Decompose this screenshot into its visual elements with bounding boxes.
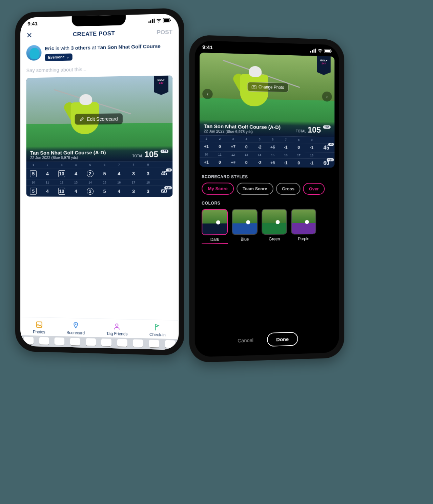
previous-photo-button[interactable]: ‹: [202, 89, 212, 99]
score-table: 123456789 541042543345+9 101112131415161…: [26, 161, 173, 197]
svg-rect-2: [152, 19, 153, 22]
next-photo-button[interactable]: ›: [322, 92, 332, 102]
battery-icon: [324, 49, 332, 53]
style-chip[interactable]: My Score: [202, 182, 234, 195]
scorecard-preview: GOLF247 ‹ › Change Photo Tan Son Nhat Go…: [200, 53, 334, 168]
tag-friends-button[interactable]: Tag Friends: [106, 322, 128, 336]
battery-icon: [163, 18, 171, 22]
cancel-button[interactable]: Cancel: [238, 337, 253, 343]
hole-header: 12: [55, 179, 69, 186]
hole-score: 5: [26, 169, 41, 179]
post-meta: Eric is with 3 others at Tan Son Nhat Go…: [45, 42, 161, 61]
scorecard-photo: GOLF247 Edit Scorecard Tan Son Nhat Golf…: [26, 76, 173, 162]
hole-score: 0: [240, 159, 253, 166]
hole-header: 1: [26, 162, 41, 168]
checkin-button[interactable]: Check-in: [149, 323, 166, 337]
hole-header: 18: [141, 179, 156, 186]
hole-header: 18: [305, 152, 318, 158]
scorecard-button[interactable]: Scorecard: [66, 322, 85, 335]
hole-header: 17: [292, 152, 305, 158]
scorecard-photo: GOLF247 ‹ › Change Photo Tan Son Nhat Go…: [200, 53, 334, 137]
hole-header: 11: [40, 179, 55, 186]
hole-score: 10: [55, 169, 69, 179]
course-meta: 22 Jun 2022 (Blue 6,978 yds): [30, 155, 106, 160]
styles-heading: SCORECARD STYLES: [195, 168, 339, 183]
color-option[interactable]: Blue: [232, 209, 257, 244]
hole-header: 6: [266, 136, 280, 142]
hole-header: 1: [200, 135, 213, 142]
color-option[interactable]: Dark: [202, 209, 228, 244]
hole-score: 5: [97, 187, 112, 196]
color-option[interactable]: Purple: [291, 209, 316, 244]
hole-header: 4: [240, 136, 253, 142]
status-time: 9:41: [27, 21, 37, 27]
hole-header: 15: [97, 179, 112, 186]
hole-header: 16: [279, 152, 292, 158]
svg-rect-17: [252, 85, 256, 89]
hole-header: 7: [279, 136, 292, 142]
hole-score: 0: [213, 143, 227, 150]
photos-button[interactable]: Photos: [33, 321, 45, 334]
svg-rect-6: [170, 19, 171, 21]
hole-header: 9: [141, 162, 156, 168]
change-photo-button[interactable]: Change Photo: [247, 82, 289, 93]
hole-score: +1: [200, 159, 213, 166]
hole-header: 16: [112, 179, 126, 186]
close-button[interactable]: ✕: [26, 31, 33, 40]
hole-score: 5: [26, 186, 41, 197]
color-options: DarkBlueGreenPurple: [195, 209, 339, 244]
svg-rect-11: [312, 50, 313, 53]
wifi-icon: [317, 49, 323, 53]
hole-score: 3: [126, 169, 141, 178]
done-button[interactable]: Done: [267, 332, 298, 347]
total-score: TOTAL 105 +33: [296, 125, 331, 135]
hole-header: 3: [55, 162, 69, 168]
hole-header: 12: [226, 152, 240, 158]
color-option[interactable]: Green: [262, 209, 287, 244]
hole-score: -2: [253, 143, 266, 150]
avatar[interactable]: [26, 45, 42, 61]
hole-score: 4: [112, 187, 126, 196]
hole-header: 8: [126, 162, 141, 168]
color-label: Dark: [210, 237, 219, 242]
svg-point-18: [253, 86, 255, 88]
color-label: Green: [269, 237, 280, 241]
hole-score: -1: [279, 159, 292, 166]
style-chip[interactable]: Team Score: [236, 183, 273, 195]
total-score: TOTAL 105 +33: [132, 150, 168, 159]
svg-rect-15: [325, 50, 330, 52]
svg-rect-3: [153, 18, 154, 22]
photos-icon: [36, 321, 43, 328]
scorecard-card: GOLF247 Edit Scorecard Tan Son Nhat Golf…: [26, 76, 173, 197]
hole-score: -1: [305, 144, 318, 151]
hole-score: 2: [83, 168, 97, 179]
flag-icon: [154, 324, 161, 331]
style-chip[interactable]: Gross: [276, 183, 300, 195]
nine-total: 60+24: [156, 187, 173, 196]
status-time: 9:41: [202, 44, 212, 50]
hole-score: -1: [279, 144, 292, 151]
person-icon: [113, 323, 121, 330]
hole-score: 10: [55, 186, 69, 197]
hole-score: 4: [69, 187, 83, 196]
edit-scorecard-button[interactable]: Edit Scorecard: [75, 114, 123, 125]
style-chip[interactable]: Over: [303, 183, 325, 195]
cellular-icon: [310, 48, 316, 52]
hole-score: 3: [141, 187, 156, 196]
hole-header: 7: [112, 162, 126, 168]
hole-header: 11: [213, 151, 227, 158]
post-text-input[interactable]: Say something about this...: [20, 61, 179, 77]
wifi-icon: [156, 18, 162, 23]
hole-score: +5: [266, 159, 280, 166]
style-chips: My ScoreTeam ScoreGrossOver: [195, 182, 339, 195]
hole-score: 0: [292, 144, 305, 151]
audience-selector[interactable]: Everyone ⌄: [45, 54, 72, 61]
hole-header: 5: [83, 162, 97, 168]
svg-rect-5: [164, 19, 169, 21]
pencil-icon: [80, 117, 84, 122]
course-name: Tan Son Nhat Golf Course (A-D): [30, 150, 106, 156]
hole-score: 0: [292, 160, 305, 167]
post-button[interactable]: POST: [157, 29, 172, 36]
colors-heading: COLORS: [195, 195, 339, 209]
svg-rect-0: [148, 21, 149, 23]
